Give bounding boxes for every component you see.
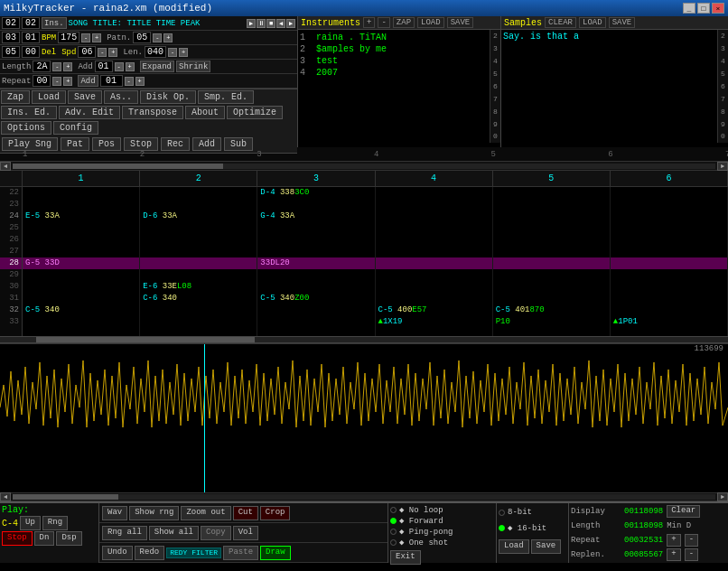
table-row — [611, 187, 727, 199]
menu-advedit[interactable]: Adv. Edit — [59, 106, 120, 119]
copy-button[interactable]: Copy — [201, 526, 231, 540]
bits-16bit[interactable]: ◆ 16-bit — [499, 520, 566, 535]
instruments-zap[interactable]: ZAP — [393, 17, 415, 28]
list-item[interactable]: 3 test — [300, 55, 499, 67]
instruments-plus[interactable]: + — [363, 17, 375, 28]
add-btn[interactable]: Add — [78, 75, 98, 87]
dsp-button[interactable]: Dsp — [56, 531, 81, 546]
add-minus[interactable]: - — [115, 62, 124, 71]
stop-button-top[interactable]: ■ — [266, 19, 275, 28]
up-button[interactable]: Up — [20, 516, 41, 530]
waveform-scroll-right[interactable]: ► — [717, 492, 728, 501]
menu-save[interactable]: Save — [68, 90, 102, 104]
cut-button[interactable]: Cut — [233, 506, 258, 520]
samples-load[interactable]: LOAD — [579, 17, 606, 28]
loop-oneshot[interactable]: ◆ One shot — [390, 538, 494, 548]
maximize-button[interactable]: □ — [697, 3, 710, 14]
len-plus[interactable]: + — [179, 48, 188, 57]
vol-button[interactable]: Vol — [233, 526, 258, 540]
loop-no-loop[interactable]: ◆ No loop — [390, 505, 494, 515]
bits-8bit[interactable]: 8-bit — [499, 505, 566, 520]
bpm-minus[interactable]: - — [81, 33, 90, 42]
menu-transpose[interactable]: Transpose — [122, 106, 183, 119]
length-plus[interactable]: + — [63, 62, 72, 71]
next-button[interactable]: ▶ — [286, 19, 295, 28]
spd-minus[interactable]: - — [98, 48, 107, 57]
show-rng-button[interactable]: Show rng — [129, 506, 179, 520]
redo-button[interactable]: Redo — [135, 546, 165, 560]
loop-forward[interactable]: ◆ Forward — [390, 516, 494, 526]
repeat-plus[interactable]: + — [63, 77, 72, 86]
paste-button[interactable]: Paste — [223, 546, 258, 560]
list-item[interactable]: 1 raina . TiTAN — [300, 32, 499, 43]
patn-plus[interactable]: + — [163, 33, 173, 42]
menu-options[interactable]: Options — [1, 121, 51, 135]
ins-button[interactable]: Ins. — [42, 17, 67, 29]
close-button[interactable]: × — [712, 3, 724, 14]
loop-pingpong[interactable]: ◆ Ping-pong — [390, 527, 494, 537]
repeat-plus-button[interactable]: + — [667, 534, 680, 547]
stop-button[interactable]: Stop — [2, 531, 33, 546]
menu-saveas[interactable]: As.. — [104, 90, 138, 104]
crop-button[interactable]: Crop — [260, 506, 291, 520]
zoom-out-button[interactable]: Zoom out — [181, 506, 230, 520]
table-row — [611, 257, 727, 269]
expand-button[interactable]: Expand — [140, 61, 174, 72]
exit-button[interactable]: Exit — [390, 550, 421, 565]
prev-button[interactable]: ◀ — [276, 19, 285, 28]
menu-diskop[interactable]: Disk Op. — [140, 90, 196, 104]
menu-about[interactable]: About — [185, 106, 225, 119]
waveform-scroll-track[interactable] — [13, 494, 715, 500]
pattern-scroll-right[interactable]: ► — [717, 162, 728, 171]
list-item[interactable]: 4 2007 — [300, 67, 499, 79]
menu-load[interactable]: Load — [32, 90, 66, 104]
add-row-plus[interactable]: + — [135, 77, 145, 86]
waveform-marker — [204, 344, 205, 492]
menu-smpced[interactable]: Smp. Ed. — [198, 90, 254, 104]
loop-pingpong-label: ◆ Ping-pong — [399, 527, 453, 537]
load-sample-button[interactable]: Load — [499, 539, 529, 554]
rng-all-button[interactable]: Rng all — [102, 526, 147, 540]
draw-button[interactable]: Draw — [260, 546, 291, 560]
dn-button[interactable]: Dn — [34, 531, 55, 546]
play-button[interactable]: ▶ — [247, 19, 256, 28]
waveform-scroll-left[interactable]: ◄ — [0, 492, 11, 501]
display-length-val: 00118098 — [624, 521, 663, 530]
shrink-button[interactable]: Shrink — [176, 61, 210, 72]
menu-optimize[interactable]: Optimize — [227, 106, 283, 119]
samples-list: Say. is that a — [501, 30, 717, 143]
pattern-scroll-left[interactable]: ◄ — [0, 162, 11, 171]
menu-config[interactable]: Config — [53, 121, 98, 135]
clear-button[interactable]: Clear — [667, 505, 700, 518]
transport-row-3: Undo Redo REDY FILTER Paste Draw — [99, 543, 387, 563]
spd-plus[interactable]: + — [108, 48, 117, 57]
ready-filter-button[interactable]: REDY FILTER — [166, 548, 221, 558]
menu-insed[interactable]: Ins. Ed. — [1, 106, 57, 119]
instruments-save[interactable]: SAVE — [447, 17, 474, 28]
replen-minus-button[interactable]: - — [685, 548, 698, 561]
bpm-plus[interactable]: + — [92, 33, 101, 42]
instruments-load[interactable]: LOAD — [417, 17, 444, 28]
instruments-minus[interactable]: - — [378, 17, 389, 28]
pattern-scroll-track[interactable] — [13, 164, 715, 169]
save-sample-button[interactable]: Save — [531, 539, 562, 554]
add-row-minus[interactable]: - — [125, 77, 134, 86]
pause-button[interactable]: ⏸ — [257, 19, 266, 28]
show-all-button[interactable]: Show all — [149, 526, 199, 540]
add-plus[interactable]: + — [126, 62, 135, 71]
repeat-minus-button[interactable]: - — [685, 534, 698, 547]
samples-clear[interactable]: CLEAR — [545, 17, 576, 28]
length-minus[interactable]: - — [52, 62, 61, 71]
repeat-minus[interactable]: - — [52, 77, 61, 86]
wav-button[interactable]: Wav — [102, 506, 127, 520]
samples-save[interactable]: SAVE — [609, 17, 636, 28]
undo-button[interactable]: Undo — [102, 546, 133, 560]
menu-zap[interactable]: Zap — [1, 90, 30, 104]
minimize-button[interactable]: _ — [683, 3, 695, 14]
len-minus[interactable]: - — [168, 48, 177, 57]
pattern-scrollbar[interactable] — [0, 336, 728, 343]
replen-plus-button[interactable]: + — [667, 548, 680, 561]
patn-minus[interactable]: - — [153, 33, 162, 42]
list-item[interactable]: 2 $amples by me — [300, 43, 499, 55]
rng-button[interactable]: Rng — [42, 516, 68, 530]
